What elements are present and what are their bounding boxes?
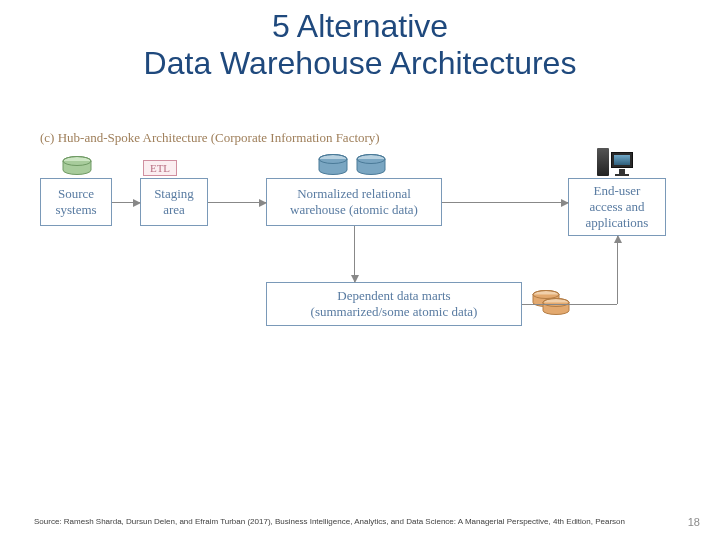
arrow-icon xyxy=(208,202,266,203)
page-number: 18 xyxy=(688,516,700,528)
title-line-2: Data Warehouse Architectures xyxy=(144,45,577,81)
slide-title: 5 Alternative Data Warehouse Architectur… xyxy=(0,0,720,82)
database-icon xyxy=(318,154,348,176)
database-icon xyxy=(356,154,386,176)
diagram-caption: (c) Hub-and-Spoke Architecture (Corporat… xyxy=(40,130,380,146)
etl-label: ETL xyxy=(143,160,177,176)
arrow-icon xyxy=(112,202,140,203)
database-icon xyxy=(542,298,570,316)
box-end-user: End-user access and applications xyxy=(568,178,666,236)
box-warehouse: Normalized relational warehouse (atomic … xyxy=(266,178,442,226)
connector-line xyxy=(522,304,617,305)
arrow-icon xyxy=(354,226,355,282)
database-icon xyxy=(62,156,92,176)
box-staging-area: Staging area xyxy=(140,178,208,226)
title-line-1: 5 Alternative xyxy=(272,8,448,44)
computer-icon xyxy=(597,148,637,178)
source-citation: Source: Ramesh Sharda, Dursun Delen, and… xyxy=(34,517,625,526)
architecture-diagram: (c) Hub-and-Spoke Architecture (Corporat… xyxy=(34,130,686,370)
arrow-icon xyxy=(442,202,568,203)
box-data-marts: Dependent data marts (summarized/some at… xyxy=(266,282,522,326)
box-source-systems: Source systems xyxy=(40,178,112,226)
arrow-icon xyxy=(617,236,618,304)
